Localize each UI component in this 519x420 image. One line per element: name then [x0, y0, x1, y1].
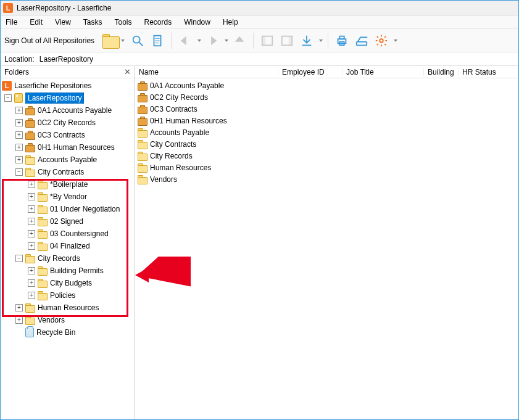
tree-repo[interactable]: − LaserRepository	[2, 92, 133, 104]
expand-icon[interactable]: +	[28, 230, 35, 237]
tree-item-label: LaserRepository	[25, 93, 84, 104]
pane-right-button[interactable]	[278, 32, 296, 49]
expand-icon[interactable]: +	[28, 267, 35, 274]
svg-rect-9	[289, 36, 293, 45]
menu-window[interactable]: Window	[181, 17, 213, 28]
expand-icon[interactable]: +	[28, 292, 35, 299]
tree-item[interactable]: +*By Vendor	[2, 191, 133, 203]
expand-icon[interactable]: +	[15, 144, 23, 151]
back-button[interactable]	[176, 32, 194, 49]
tree-item-label: *Boilerplate	[50, 180, 88, 189]
chevron-down-icon[interactable]	[197, 39, 201, 42]
expand-icon[interactable]: +	[15, 304, 23, 311]
expand-icon[interactable]: +	[15, 119, 23, 126]
forward-button[interactable]	[204, 32, 221, 49]
tree-item[interactable]: +City Budgets	[2, 277, 133, 289]
list-item-label: 0H1 Human Resources	[150, 117, 227, 125]
column-job-title[interactable]: Job Title	[343, 68, 424, 76]
print-button[interactable]	[333, 32, 351, 49]
expand-icon[interactable]: +	[28, 218, 35, 225]
menu-help[interactable]: Help	[220, 17, 241, 28]
repository-icon	[14, 93, 23, 103]
list-item[interactable]: 0C2 City Records	[138, 91, 516, 103]
menu-tasks[interactable]: Tasks	[81, 17, 105, 28]
list-item[interactable]: 0A1 Accounts Payable	[138, 80, 516, 91]
document-viewer-button[interactable]	[149, 32, 166, 49]
collapse-icon[interactable]: −	[4, 94, 12, 102]
tree-item[interactable]: +Policies	[2, 289, 133, 302]
list-item[interactable]: Vendors	[138, 173, 516, 185]
tree-item[interactable]: −City Records	[2, 252, 133, 265]
list-body[interactable]: 0A1 Accounts Payable0C2 City Records0C3 …	[135, 78, 518, 419]
sign-out-button[interactable]: Sign Out of All Repositories	[4, 36, 94, 45]
list-item[interactable]: 0C3 Contracts	[138, 103, 516, 115]
tree-item[interactable]: +01 Under Negotiation	[2, 203, 133, 215]
expand-icon[interactable]: +	[15, 131, 23, 139]
settings-button[interactable]	[373, 32, 390, 49]
tree-item[interactable]: +03 Countersigned	[2, 228, 133, 240]
expand-icon[interactable]: +	[15, 316, 23, 324]
tree-item[interactable]: +0C2 City Records	[2, 117, 133, 129]
chevron-down-icon[interactable]	[225, 39, 228, 42]
expand-icon[interactable]: +	[15, 156, 23, 163]
expand-icon[interactable]: +	[28, 181, 35, 188]
tree-item-label: 02 Signed	[50, 217, 83, 226]
tree-item[interactable]: +0A1 Accounts Payable	[2, 104, 133, 117]
expand-icon[interactable]: +	[28, 193, 35, 200]
menu-records[interactable]: Records	[142, 17, 175, 28]
tree-item[interactable]: +Building Permits	[2, 265, 133, 277]
tree-item[interactable]: −City Contracts	[2, 166, 133, 178]
new-folder-button[interactable]	[101, 32, 127, 49]
tree-item[interactable]: +*Boilerplate	[2, 178, 133, 191]
pane-left-button[interactable]	[259, 32, 276, 49]
folder-tree[interactable]: L Laserfiche Repositories − LaserReposit…	[1, 78, 135, 419]
folder-icon	[138, 175, 147, 184]
arrow-left-icon	[178, 34, 192, 47]
close-icon[interactable]: ✕	[124, 67, 131, 76]
folder-icon	[138, 140, 147, 149]
location-input[interactable]	[38, 54, 515, 65]
expand-icon[interactable]: +	[15, 107, 23, 114]
expand-icon[interactable]: +	[28, 242, 35, 250]
menu-edit[interactable]: Edit	[27, 17, 45, 28]
column-hr-status[interactable]: HR Status	[459, 68, 518, 76]
folders-panel: Folders ✕ L Laserfiche Repositories − La…	[1, 66, 135, 419]
list-item[interactable]: City Records	[138, 150, 516, 162]
list-item[interactable]: Accounts Payable	[138, 126, 516, 138]
chevron-down-icon[interactable]	[319, 39, 323, 42]
menu-tools[interactable]: Tools	[112, 17, 135, 28]
search-button[interactable]	[129, 32, 146, 49]
tree-item[interactable]: +Human Resources	[2, 302, 133, 314]
expand-icon[interactable]: +	[28, 279, 35, 287]
collapse-icon[interactable]: −	[15, 168, 23, 176]
column-employee-id[interactable]: Employee ID	[278, 68, 343, 76]
tree-item[interactable]: +0C3 Contracts	[2, 129, 133, 141]
pane-icon	[280, 34, 294, 47]
tree-recycle-bin[interactable]: Recycle Bin	[2, 326, 133, 339]
briefcase-icon	[25, 118, 35, 127]
tree-item[interactable]: +Accounts Payable	[2, 154, 133, 166]
up-button[interactable]	[231, 32, 248, 49]
tree-item[interactable]: +04 Finalized	[2, 240, 133, 252]
import-button[interactable]	[298, 32, 315, 49]
menu-file[interactable]: File	[3, 17, 20, 28]
chevron-down-icon[interactable]	[394, 39, 397, 42]
list-item[interactable]: Human Resources	[138, 162, 516, 173]
column-name[interactable]: Name	[135, 68, 278, 76]
list-item[interactable]: City Contracts	[138, 138, 516, 150]
list-item-label: 0C2 City Records	[150, 93, 208, 102]
printer-icon	[335, 34, 349, 47]
tree-item[interactable]: +Vendors	[2, 314, 133, 326]
location-bar: Location:	[1, 52, 518, 66]
list-item[interactable]: 0H1 Human Resources	[138, 115, 516, 126]
collapse-icon[interactable]: −	[15, 255, 23, 262]
svg-rect-11	[339, 36, 344, 39]
tree-item[interactable]: +02 Signed	[2, 215, 133, 228]
separator	[253, 33, 254, 49]
column-building[interactable]: Building	[424, 68, 459, 76]
expand-icon[interactable]: +	[28, 205, 35, 213]
scan-button[interactable]	[353, 32, 370, 49]
menu-view[interactable]: View	[52, 17, 73, 28]
tree-item[interactable]: +0H1 Human Resources	[2, 141, 133, 154]
tree-root[interactable]: L Laserfiche Repositories	[2, 80, 133, 92]
